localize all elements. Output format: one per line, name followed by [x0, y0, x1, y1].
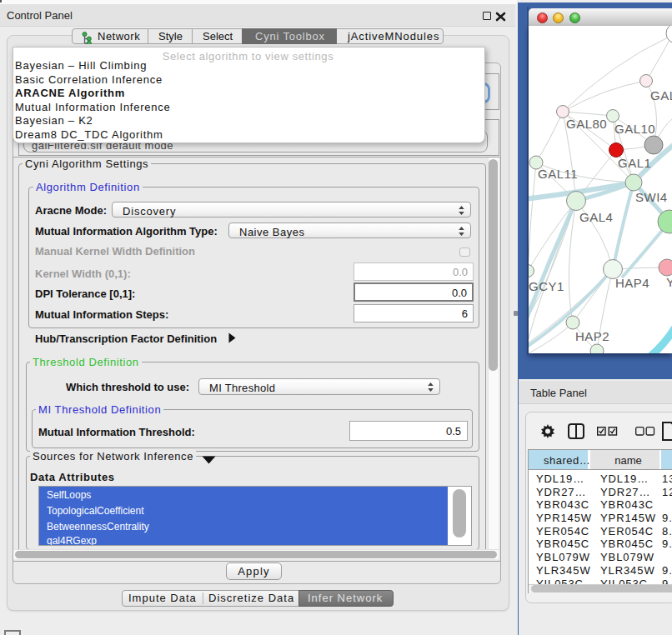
svg-text:GCY1: GCY1 — [529, 279, 564, 293]
svg-text:HAP2: HAP2 — [575, 329, 609, 343]
svg-text:GAL10: GAL10 — [614, 122, 655, 136]
svg-text:GAL80: GAL80 — [566, 117, 607, 131]
svg-text:HAP4: HAP4 — [615, 276, 649, 290]
svg-text:GAL7: GAL7 — [650, 88, 672, 102]
svg-text:SWI4: SWI4 — [635, 190, 668, 204]
svg-text:GAL4: GAL4 — [579, 210, 613, 224]
svg-text:Y: Y — [666, 275, 672, 289]
svg-text:GAL1: GAL1 — [618, 156, 651, 170]
svg-text:GAL11: GAL11 — [538, 167, 578, 181]
